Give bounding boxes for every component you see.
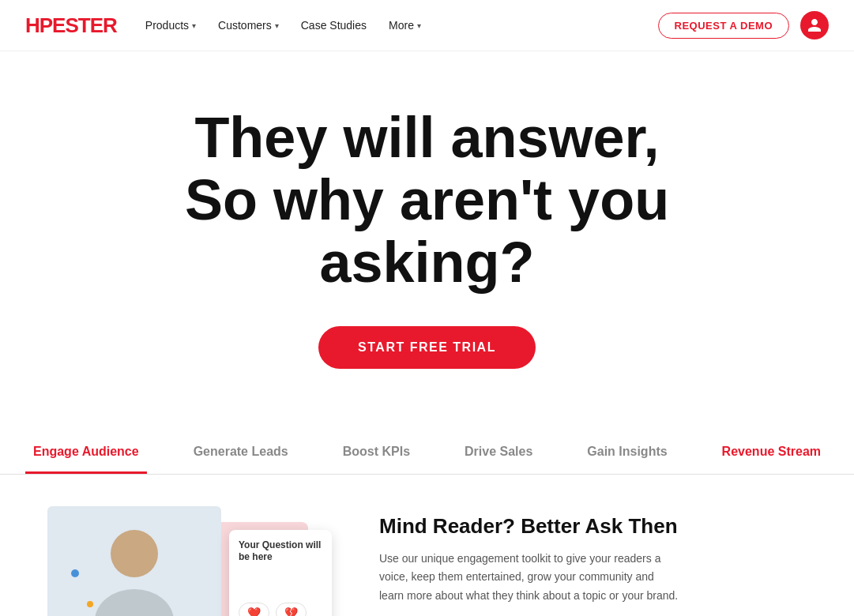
section-text: Mind Reader? Better Ask Then Use our uni… xyxy=(379,506,829,616)
section-image: Your Question will be here ❤️ 💔 xyxy=(47,506,332,616)
tab-boost-kpis[interactable]: Boost KPIs xyxy=(335,432,418,474)
tab-drive-sales[interactable]: Drive Sales xyxy=(457,432,540,474)
decoration-dot-orange xyxy=(87,601,93,607)
navigation: HPESTER Products ▾ Customers ▾ Case Stud… xyxy=(0,0,854,51)
chevron-down-icon: ▾ xyxy=(192,21,196,30)
person-head xyxy=(111,530,158,577)
section-description: Use our unique engagement toolkit to giv… xyxy=(379,550,679,606)
reaction-buttons: ❤️ 💔 xyxy=(239,603,322,616)
logo: HPESTER xyxy=(25,13,117,38)
question-card-text: Your Question will be here xyxy=(239,539,322,564)
nav-customers[interactable]: Customers ▾ xyxy=(218,19,279,32)
request-demo-button[interactable]: REQUEST A DEMO xyxy=(658,13,790,39)
tab-generate-leads[interactable]: Generate Leads xyxy=(186,432,296,474)
nav-more[interactable]: More ▾ xyxy=(389,19,421,32)
question-card: Your Question will be here ❤️ 💔 xyxy=(229,530,332,616)
person-card xyxy=(47,506,221,616)
hero-section: They will answer, So why aren't you aski… xyxy=(0,51,854,408)
hero-headline: They will answer, So why aren't you aski… xyxy=(72,107,783,295)
feature-tabs: Engage Audience Generate Leads Boost KPI… xyxy=(0,432,854,475)
broken-heart-reaction-button[interactable]: 💔 xyxy=(276,603,307,616)
tab-engage-audience[interactable]: Engage Audience xyxy=(25,432,147,474)
person-body xyxy=(95,589,174,616)
nav-links: Products ▾ Customers ▾ Case Studies More… xyxy=(145,19,658,32)
heart-reaction-button[interactable]: ❤️ xyxy=(239,603,269,616)
chevron-down-icon: ▾ xyxy=(417,21,421,30)
user-account-button[interactable] xyxy=(800,11,829,39)
nav-case-studies[interactable]: Case Studies xyxy=(301,19,367,32)
tab-revenue-stream[interactable]: Revenue Stream xyxy=(714,432,829,474)
nav-products[interactable]: Products ▾ xyxy=(145,19,196,32)
nav-right: REQUEST A DEMO xyxy=(658,11,830,39)
chevron-down-icon: ▾ xyxy=(275,21,279,30)
tab-gain-insights[interactable]: Gain Insights xyxy=(579,432,675,474)
user-icon xyxy=(807,17,822,33)
start-free-trial-button[interactable]: START FREE TRIAL xyxy=(318,326,536,369)
section-title: Mind Reader? Better Ask Then xyxy=(379,514,829,539)
decoration-dot-blue xyxy=(71,569,79,577)
content-section: Your Question will be here ❤️ 💔 Mind Rea… xyxy=(0,475,854,616)
